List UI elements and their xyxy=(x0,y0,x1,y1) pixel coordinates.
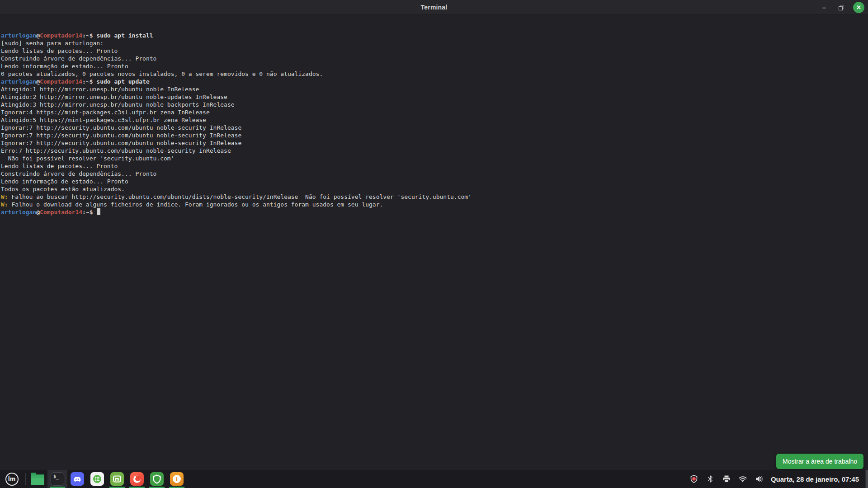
launcher-file-manager[interactable] xyxy=(28,470,47,488)
terminal-lines: arturlogan@Computador14:~$ sudo apt inst… xyxy=(1,32,868,216)
terminal-icon: $_ xyxy=(51,472,64,486)
panel-separator xyxy=(25,473,26,485)
show-desktop-tooltip: Mostrar a área de trabalho xyxy=(776,454,863,469)
launcher-firefox[interactable] xyxy=(127,470,147,488)
window-titlebar[interactable]: Terminal – ✕ xyxy=(0,0,868,15)
launcher-update-manager[interactable] xyxy=(147,470,167,488)
terminal-line: Ignorar:7 http://security.ubuntu.com/ubu… xyxy=(1,124,868,131)
terminal-line: arturlogan@Computador14:~$ xyxy=(1,208,868,216)
terminal-line: 0 pacotes atualizados, 0 pacotes novos i… xyxy=(1,70,868,78)
terminal-line: [sudo] senha para arturlogan: xyxy=(1,39,868,47)
bluetooth-icon[interactable] xyxy=(706,474,715,483)
terminal-cursor xyxy=(97,208,100,215)
terminal-window[interactable]: arturlogan@Computador14:~$ sudo apt inst… xyxy=(0,15,868,470)
launcher-system-reports[interactable]: i xyxy=(167,470,187,488)
launcher-discord[interactable] xyxy=(67,470,87,488)
update-shield-icon xyxy=(150,472,164,486)
terminal-line: Atingido:5 https://mint-packages.c3sl.uf… xyxy=(1,116,868,124)
printer-icon[interactable] xyxy=(722,474,731,483)
minimize-button[interactable]: – xyxy=(819,2,830,13)
terminal-line: Não foi possível resolver 'security.ubun… xyxy=(1,155,868,162)
terminal-line: Erro:7 http://security.ubuntu.com/ubuntu… xyxy=(1,147,868,155)
launcher-terminal[interactable]: $_ xyxy=(47,470,67,488)
terminal-line: Construindo árvore de dependências... Pr… xyxy=(1,170,868,178)
terminal-line: Ignorar:7 http://security.ubuntu.com/ubu… xyxy=(1,139,868,147)
close-button[interactable]: ✕ xyxy=(853,2,864,13)
terminal-line: Lendo listas de pacotes... Pronto xyxy=(1,162,868,170)
launcher-mint-welcome[interactable] xyxy=(107,470,127,488)
wifi-icon[interactable] xyxy=(738,474,747,483)
mint-menu-button[interactable]: lm xyxy=(0,470,24,488)
restore-button[interactable] xyxy=(836,2,847,13)
window-title: Terminal xyxy=(421,4,448,11)
terminal-line: arturlogan@Computador14:~$ sudo apt upda… xyxy=(1,78,868,85)
terminal-line: Atingido:1 http://mirror.unesp.br/ubuntu… xyxy=(1,85,868,93)
clock[interactable]: Quarta, 28 de janeiro, 07:45 xyxy=(771,475,859,483)
launcher-applications-grid[interactable] xyxy=(87,470,107,488)
terminal-line: Lendo listas de pacotes... Pronto xyxy=(1,47,868,55)
show-desktop-button[interactable] xyxy=(865,470,868,488)
updates-shield-tray-icon[interactable] xyxy=(689,474,698,483)
discord-icon xyxy=(71,472,84,486)
terminal-line: Atingido:3 http://mirror.unesp.br/ubuntu… xyxy=(1,101,868,108)
volume-icon[interactable] xyxy=(755,474,764,483)
system-reports-icon: i xyxy=(170,472,184,486)
terminal-line: arturlogan@Computador14:~$ sudo apt inst… xyxy=(1,32,868,39)
terminal-line: W: Falhou o download de alguns ficheiros… xyxy=(1,201,868,208)
mint-welcome-icon xyxy=(110,472,124,486)
firefox-icon xyxy=(130,472,144,486)
terminal-line: Lendo informação de estado... Pronto xyxy=(1,62,868,70)
desktop: Terminal – ✕ arturlogan@Computador14:~$ … xyxy=(0,0,868,488)
terminal-line: Lendo informação de estado... Pronto xyxy=(1,178,868,185)
terminal-line: Construindo árvore de dependências... Pr… xyxy=(1,55,868,62)
taskbar-panel: lm $_ xyxy=(0,470,868,488)
mint-logo-icon: lm xyxy=(5,473,19,486)
applications-grid-icon xyxy=(90,472,104,486)
system-tray xyxy=(689,474,764,483)
terminal-line: Atingido:2 http://mirror.unesp.br/ubuntu… xyxy=(1,93,868,101)
folder-icon xyxy=(31,474,44,485)
terminal-line: Ignorar:4 https://mint-packages.c3sl.ufp… xyxy=(1,108,868,116)
window-controls: – ✕ xyxy=(819,0,864,15)
terminal-line: W: Falhou ao buscar http://security.ubun… xyxy=(1,193,868,201)
terminal-line: Ignorar:7 http://security.ubuntu.com/ubu… xyxy=(1,131,868,139)
restore-icon xyxy=(839,5,844,10)
terminal-line: Todos os pacotes estão atualizados. xyxy=(1,185,868,193)
